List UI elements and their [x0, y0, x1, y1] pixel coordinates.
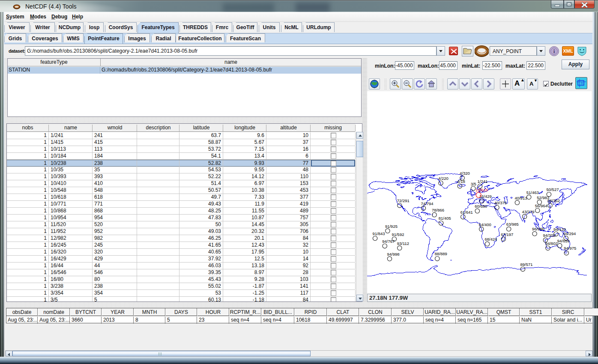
svg-text:64/400: 64/400	[479, 222, 491, 227]
svg-text:40/375: 40/375	[494, 200, 507, 205]
svg-text:4/220: 4/220	[438, 176, 448, 181]
svg-text:96/996: 96/996	[532, 227, 544, 231]
svg-text:67/197: 67/197	[501, 232, 513, 237]
svg-text:1/241: 1/241	[478, 179, 488, 184]
svg-text:94/998: 94/998	[387, 252, 400, 257]
svg-text:i: i	[553, 48, 555, 54]
svg-text:94/294: 94/294	[563, 231, 576, 236]
svg-text:63/985: 63/985	[506, 222, 519, 227]
svg-text:81/405: 81/405	[439, 216, 451, 221]
svg-text:91/925: 91/925	[385, 224, 398, 229]
svg-text:3/5: 3/5	[471, 182, 476, 186]
svg-text:91/592: 91/592	[392, 232, 404, 237]
svg-text:94/975: 94/975	[564, 246, 576, 251]
svg-text:68/424: 68/424	[485, 237, 497, 242]
svg-text:43/279: 43/279	[522, 209, 535, 214]
svg-text:88/889: 88/889	[435, 251, 447, 256]
svg-text:40/913: 40/913	[514, 196, 527, 200]
svg-text:61/641: 61/641	[460, 210, 473, 215]
svg-text:91/843: 91/843	[373, 231, 385, 236]
svg-text:10/618: 10/618	[475, 188, 488, 192]
svg-text:4/320: 4/320	[460, 171, 470, 176]
svg-text:60/680: 60/680	[475, 204, 487, 209]
svg-text:50/527: 50/527	[546, 187, 559, 192]
svg-text:4/18: 4/18	[457, 179, 465, 184]
svg-text:51/463: 51/463	[526, 190, 539, 195]
svg-text:S: S	[581, 82, 583, 85]
svg-text:94/802: 94/802	[545, 241, 558, 246]
svg-text:74/794: 74/794	[421, 201, 434, 206]
svg-text:94/302: 94/302	[543, 233, 555, 238]
svg-text:78/866: 78/866	[432, 208, 444, 212]
svg-text:72/291: 72/291	[397, 198, 410, 203]
svg-text:56/964: 56/964	[535, 203, 547, 208]
svg-text:94/659: 94/659	[557, 239, 570, 243]
svg-text:58/362: 58/362	[547, 198, 560, 203]
svg-text:89/571: 89/571	[520, 262, 533, 267]
svg-text:93/112: 93/112	[397, 241, 409, 246]
svg-text:94/767: 94/767	[382, 239, 395, 244]
